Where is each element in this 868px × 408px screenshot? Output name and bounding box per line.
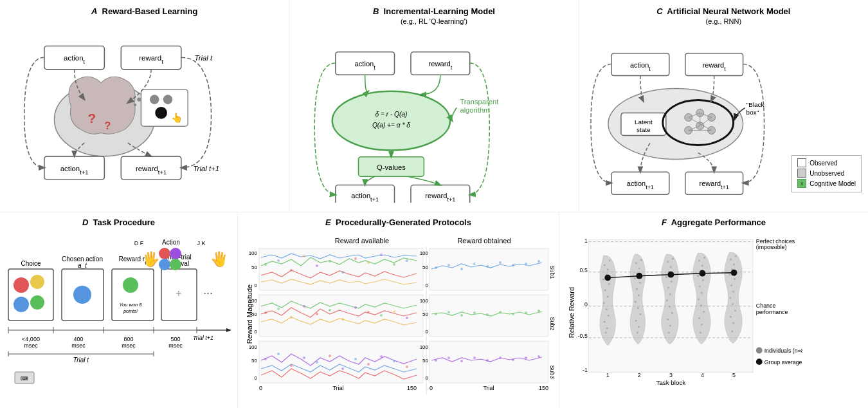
- svg-point-263: [671, 312, 673, 314]
- svg-text:Relative Reward: Relative Reward: [568, 287, 575, 338]
- svg-rect-150: [259, 295, 423, 337]
- svg-point-262: [669, 306, 671, 308]
- svg-text:Reward obtained: Reward obtained: [457, 237, 511, 245]
- svg-point-260: [669, 293, 671, 295]
- observed-swatch: [797, 158, 806, 167]
- svg-point-277: [703, 311, 705, 313]
- svg-text:state: state: [637, 126, 651, 133]
- svg-point-252: [637, 332, 638, 334]
- svg-text:δ = r - Q(a): δ = r - Q(a): [375, 111, 408, 118]
- svg-text:Reward available: Reward available: [335, 237, 389, 245]
- svg-point-177: [525, 311, 527, 314]
- svg-text:+: +: [176, 288, 181, 299]
- svg-point-170: [435, 313, 437, 315]
- svg-point-14: [134, 104, 136, 106]
- svg-point-187: [316, 361, 318, 364]
- panel-f-diagram: Relative Reward 1 0.5 0 -0.5 -1: [565, 230, 802, 401]
- svg-point-155: [277, 308, 280, 310]
- svg-text:Action: Action: [162, 239, 180, 246]
- svg-point-66: [14, 297, 29, 312]
- svg-point-149: [538, 260, 540, 263]
- svg-text:3: 3: [669, 372, 673, 378]
- svg-text:100: 100: [420, 298, 429, 304]
- svg-text:100: 100: [420, 250, 429, 256]
- svg-text:msec: msec: [24, 342, 38, 349]
- panel-f-letter: F: [662, 218, 667, 227]
- panel-b: B Incremental-Learning Model (e.g., RL '…: [289, 0, 579, 212]
- panel-c-title: C Artificial Neural Network Model (e.g.,…: [586, 6, 862, 26]
- svg-point-261: [666, 299, 668, 301]
- svg-text:D  F: D F: [134, 240, 144, 246]
- svg-point-233: [603, 302, 605, 304]
- svg-text:Task block: Task block: [656, 379, 685, 386]
- svg-point-192: [380, 355, 383, 358]
- svg-point-229: [602, 279, 604, 281]
- svg-point-241: [640, 259, 642, 261]
- svg-point-175: [499, 311, 502, 313]
- svg-text:0: 0: [426, 375, 429, 381]
- svg-point-200: [448, 357, 450, 359]
- svg-point-193: [393, 360, 395, 362]
- svg-point-172: [460, 314, 463, 317]
- svg-point-266: [668, 332, 670, 334]
- panel-a-title: A Reward-Based Learning: [6, 6, 282, 16]
- svg-text:Trial t+1: Trial t+1: [193, 335, 213, 341]
- svg-point-236: [604, 321, 606, 323]
- panel-e-title: E Procedurally-Generated Protocols: [243, 218, 554, 227]
- svg-point-13: [137, 98, 141, 102]
- cognitive-label: Cognitive Model: [809, 180, 856, 187]
- svg-point-267: [698, 260, 700, 262]
- svg-point-251: [638, 326, 640, 328]
- svg-point-146: [499, 261, 502, 264]
- svg-point-249: [640, 313, 642, 315]
- svg-point-147: [512, 264, 514, 266]
- panel-f: F Aggregate Performance Relative Reward …: [559, 212, 868, 408]
- svg-point-176: [512, 313, 514, 315]
- svg-text:50: 50: [251, 311, 257, 317]
- svg-point-141: [435, 266, 437, 269]
- svg-text:50: 50: [251, 264, 257, 270]
- panel-d-title: D Task Procedure: [5, 218, 232, 227]
- svg-point-278: [698, 317, 700, 319]
- svg-point-164: [393, 310, 395, 313]
- svg-text:algorithm: algorithm: [460, 106, 490, 114]
- svg-text:50: 50: [422, 358, 428, 364]
- panel-b-diagram: actiont rewardt δ = r - Q(a) Q(a) += α *…: [296, 29, 572, 203]
- panel-b-title: B Incremental-Learning Model (e.g., RL '…: [296, 6, 572, 26]
- svg-point-156: [290, 316, 293, 319]
- svg-text:Chance: Chance: [756, 302, 776, 309]
- svg-point-10: [163, 95, 173, 104]
- svg-point-235: [608, 315, 610, 317]
- panel-b-letter: B: [373, 6, 379, 16]
- panel-d: D Task Procedure You won 8: [0, 212, 238, 408]
- main-container: A Reward-Based Learning actiont rewardt …: [0, 0, 868, 408]
- svg-point-273: [699, 286, 701, 288]
- svg-point-250: [635, 320, 637, 322]
- svg-point-171: [448, 311, 450, 313]
- legend-unobserved: Unobserved: [797, 169, 856, 178]
- svg-point-191: [367, 363, 370, 366]
- svg-text:0: 0: [584, 301, 588, 308]
- svg-text:50: 50: [422, 264, 428, 270]
- svg-text:150: 150: [539, 385, 548, 391]
- svg-text:100: 100: [420, 344, 429, 350]
- svg-point-293: [732, 322, 734, 324]
- cognitive-swatch: x: [797, 179, 806, 188]
- panel-a: A Reward-Based Learning actiont rewardt …: [0, 0, 289, 212]
- svg-text:800: 800: [123, 336, 133, 342]
- svg-point-238: [605, 332, 607, 334]
- svg-point-109: [170, 259, 181, 270]
- svg-text:4: 4: [701, 372, 704, 378]
- svg-point-271: [697, 275, 699, 277]
- svg-text:1: 1: [606, 372, 610, 378]
- svg-point-206: [525, 357, 527, 359]
- svg-point-227: [609, 260, 611, 262]
- svg-text:Latent: Latent: [635, 118, 653, 125]
- svg-point-279: [701, 324, 703, 326]
- svg-text:🖐: 🖐: [142, 250, 160, 268]
- svg-point-154: [264, 311, 267, 314]
- svg-point-132: [354, 257, 357, 260]
- svg-point-201: [460, 360, 463, 362]
- svg-point-174: [486, 313, 489, 316]
- svg-point-290: [732, 303, 734, 305]
